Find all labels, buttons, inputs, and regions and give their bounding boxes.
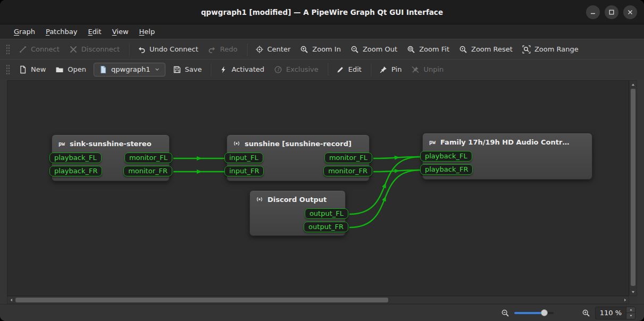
open-button[interactable]: Open [51,62,91,77]
scroll-left-button[interactable] [7,297,15,303]
maximize-icon [607,8,616,16]
connections-layer [7,81,629,295]
activated-button[interactable]: Activated [214,62,269,77]
speaker-icon [232,139,241,148]
zoom-out-button[interactable]: Zoom Out [346,42,402,57]
vertical-scrollbar-thumb[interactable] [631,89,635,286]
connection-wire[interactable] [373,170,420,172]
toolbar-separator [370,63,371,76]
minimize-button[interactable] [586,5,600,19]
zoom-decrement-button[interactable] [626,313,635,319]
zoom-range-button[interactable]: Zoom Range [517,42,583,57]
scroll-up-button[interactable] [630,81,637,88]
toolbar-separator [327,63,328,76]
menubar: GraphPatchbayEditViewHelp [0,24,644,39]
disconnect-button: Disconnect [64,42,124,57]
maximize-button[interactable] [605,5,618,19]
vertical-scrollbar[interactable] [629,80,637,296]
port-playback_FL[interactable]: playback_FL [420,151,472,162]
new-button[interactable]: New [14,62,51,77]
open-icon [55,65,64,74]
patchbay-name: qpwgraph1 [111,65,150,73]
zoom-in-button[interactable]: Zoom In [295,42,346,57]
titlebar[interactable]: qpwgraph1 [modified] — A PipeWire Graph … [0,0,644,24]
edit-button[interactable]: Edit [331,62,366,77]
speaker-icon [255,195,264,204]
zoom-slider-fill [514,312,543,314]
zoom-fit-icon [407,45,415,54]
port-input_FL[interactable]: input_FL [224,153,263,163]
statusbar: 110 % [0,304,644,321]
zoom-in-icon[interactable] [582,309,590,317]
undo-connect-button[interactable]: Undo Connect [132,42,203,57]
menu-graph[interactable]: Graph [9,26,40,38]
pin-icon [379,65,388,74]
connection-arrow-icon [395,156,400,160]
menu-edit[interactable]: Edit [83,26,107,38]
node-sink[interactable]: pwsink-sunshine-stereoplayback_FLplaybac… [52,134,170,181]
exclusive-icon: f [274,65,282,74]
activated-icon [219,65,228,74]
port-playback_FR[interactable]: playback_FR [49,166,102,176]
zoom-slider-handle[interactable] [541,309,548,316]
connect-icon [19,45,27,54]
node-title: Discord Output [267,196,327,204]
port-monitor_FR[interactable]: monitor_FR [123,166,172,176]
zoom-increment-button[interactable] [626,307,635,314]
svg-text:f: f [277,67,280,72]
connection-wire[interactable] [373,157,420,158]
pipewire-icon: pw [57,139,66,148]
close-button[interactable] [623,5,637,19]
connection-arrow-icon [382,196,386,201]
file-icon [99,65,107,74]
center-button[interactable]: Center [250,42,296,57]
node-title: Family 17h/19h HD Audio Contr… [440,138,569,146]
port-output_FR[interactable]: output_FR [304,222,348,232]
connection-arrow-icon [197,156,202,160]
horizontal-scrollbar-thumb[interactable] [15,298,388,302]
menu-patchbay[interactable]: Patchbay [40,26,83,38]
graph-canvas[interactable]: pwsink-sunshine-stereoplayback_FLplaybac… [7,80,629,296]
node-title: sink-sunshine-stereo [70,140,152,148]
window-controls [586,0,637,24]
zoom-spinbox[interactable]: 110 % [595,307,635,319]
pin-button[interactable]: Pin [374,62,406,77]
connection-arrow-icon [197,170,202,174]
port-playback_FR[interactable]: playback_FR [420,164,473,175]
patchbay-select[interactable]: qpwgraph1 [94,63,165,77]
node-header: sunshine [sunshine-record] [227,135,369,150]
zoom-out-icon[interactable] [501,309,509,317]
scroll-right-button[interactable] [621,297,629,303]
port-monitor_FL[interactable]: monitor_FL [324,153,372,163]
port-input_FR[interactable]: input_FR [224,166,264,176]
redo-icon [208,45,216,54]
node-sunshine[interactable]: sunshine [sunshine-record]input_FLinput_… [227,134,370,181]
port-monitor_FL[interactable]: monitor_FL [124,153,172,163]
toolbar-graph: ConnectDisconnectUndo ConnectRedoCenterZ… [0,39,644,59]
port-playback_FL[interactable]: playback_FL [49,153,102,163]
menu-view[interactable]: View [107,26,134,38]
zoom-slider[interactable] [514,309,554,317]
port-monitor_FR[interactable]: monitor_FR [323,166,372,176]
zoom-reset-button[interactable]: Zoom Reset [454,42,517,57]
zoom-fit-button[interactable]: Zoom Fit [402,42,454,57]
scroll-down-button[interactable] [630,288,637,295]
save-button[interactable]: Save [168,62,207,77]
pipewire-icon: pw [428,138,437,146]
chevron-down-icon [154,66,160,72]
connection-arrow-icon [382,183,386,188]
zoom-out-icon [350,45,359,54]
node-discord[interactable]: Discord Outputoutput_FLoutput_FR [249,190,346,236]
port-output_FL[interactable]: output_FL [305,208,348,219]
toolbar-handle[interactable] [5,44,10,55]
scrollbar-corner [629,296,637,304]
node-header: pwFamily 17h/19h HD Audio Contr… [423,133,592,148]
zoom-value[interactable]: 110 % [596,307,626,319]
horizontal-scrollbar[interactable] [7,296,629,304]
node-family[interactable]: pwFamily 17h/19h HD Audio Contr…playback… [422,133,592,180]
save-icon [173,65,181,74]
svg-text:pw: pw [58,141,65,147]
menu-help[interactable]: Help [134,26,161,38]
toolbar-patchbay: NewOpenqpwgraph1SaveActivatedfExclusiveE… [0,59,644,79]
toolbar-handle[interactable] [5,64,10,75]
